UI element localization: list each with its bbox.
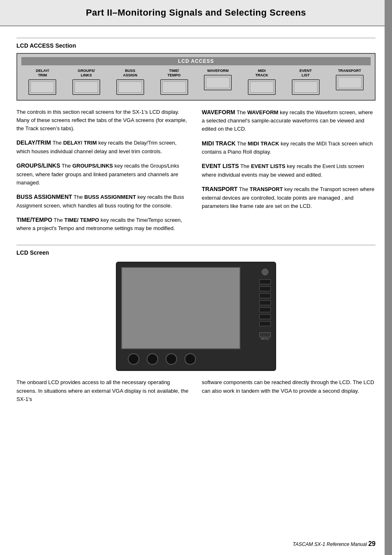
lcd-button-label-delay-trim: DELAY/TRIM — [36, 69, 49, 78]
lcd-screen-diagram: MENU — [16, 262, 376, 371]
lcd-button-label-time-tempo: TIME/TEMPO — [168, 69, 181, 78]
page-title: Part II–Monitoring Signals and Selecting… — [12, 7, 380, 18]
para-transport-lead: TRANSPORT — [202, 186, 238, 192]
bottom-right-col: software components can be reached direc… — [202, 378, 376, 409]
lcd-button-key-groups-links[interactable] — [72, 79, 100, 95]
lcd-side-btn-3[interactable] — [259, 293, 271, 298]
right-col: WAVEFORM The WAVEFORM key recalls the Wa… — [202, 108, 376, 239]
main-content: LCD ACCESS Section LCD ACCESS DELAY/TRIM… — [0, 26, 392, 417]
lcd-button-time-tempo[interactable]: TIME/TEMPO — [153, 69, 195, 95]
lcd-side-indicator — [262, 269, 268, 275]
intro-section: The controls in this section recall scre… — [16, 108, 376, 239]
lcd-main-area — [121, 267, 256, 365]
para-event-lists: EVENT LISTS The EVENT LISTS key recalls … — [202, 162, 376, 179]
para-transport: TRANSPORT The TRANSPORT key recalls the … — [202, 185, 376, 210]
lcd-side-btn-7[interactable] — [259, 321, 271, 326]
lcd-screen-display — [121, 267, 240, 349]
lcd-button-key-waveform[interactable] — [204, 75, 232, 90]
bottom-two-col: The onboard LCD provides access to all t… — [16, 378, 376, 409]
lcd-button-label-midi-track: MIDITRACK — [255, 69, 268, 78]
lcd-bottom-right-text: software components can be reached direc… — [202, 378, 376, 395]
para-buss-lead: BUSS ASSIGNMENT — [16, 193, 72, 200]
para-event-lists-bold: EVENT LISTS — [251, 163, 286, 169]
lcd-access-title: LCD ACCESS — [21, 57, 371, 65]
lcd-access-heading: LCD ACCESS Section — [16, 42, 376, 49]
lcd-button-label-waveform: WAVEFORM — [207, 69, 228, 73]
lcd-button-key-buss-assign[interactable] — [116, 79, 144, 95]
para-waveform-lead: WAVEFORM — [202, 109, 235, 115]
para-time-tempo-the: The — [54, 217, 65, 223]
para-midi-track: MIDI TRACK The MIDI TRACK key recalls th… — [202, 139, 376, 157]
para-waveform-the: The — [237, 109, 247, 115]
intro-left: The controls in this section recall scre… — [16, 108, 190, 239]
para-transport-the: The — [239, 186, 250, 192]
lcd-bottom-knobs — [121, 353, 256, 365]
lcd-button-groups-links[interactable]: GROUPS/LINKS — [65, 69, 108, 95]
para-buss-bold: BUSS ASSIGNMENT — [84, 194, 136, 200]
lcd-button-delay-trim[interactable]: DELAY/TRIM — [21, 69, 64, 95]
lcd-button-label-transport: TRANSPORT — [338, 69, 361, 73]
para-waveform: WAVEFORM The WAVEFORM key recalls the Wa… — [202, 108, 376, 134]
bottom-left-col: The onboard LCD provides access to all t… — [16, 378, 190, 409]
lcd-button-key-midi-track[interactable] — [248, 79, 276, 95]
page-wrapper: Part II–Monitoring Signals and Selecting… — [0, 0, 392, 555]
para-delay-trim: DELAY/TRIM The DELAY/ TRIM key recalls t… — [16, 138, 190, 156]
lcd-knob-4[interactable] — [184, 353, 196, 365]
lcd-knob-2[interactable] — [147, 353, 158, 365]
lcd-menu-label: MENU — [259, 337, 271, 340]
page-footer: TASCAM SX-1 Reference Manual 29 — [293, 540, 376, 548]
lcd-access-diagram: LCD ACCESS DELAY/TRIM GROUPS/LINKS BUSSA… — [16, 53, 376, 101]
lcd-button-label-groups-links: GROUPS/LINKS — [78, 69, 95, 78]
lcd-button-key-time-tempo[interactable] — [160, 79, 188, 95]
para-groups-links-the: The — [62, 163, 72, 169]
para-groups-links-bold: GROUPS/LINKS — [72, 163, 113, 169]
lcd-knob-1[interactable] — [128, 353, 139, 365]
lcd-device: MENU — [116, 262, 276, 371]
lcd-screen-heading: LCD Screen — [16, 249, 376, 256]
para-buss-assignment: BUSS ASSIGNMENT The BUSS ASSIGNMENT key … — [16, 193, 190, 210]
section-divider-top — [16, 38, 376, 38]
lcd-side-btn-1[interactable] — [259, 279, 271, 284]
para-event-lists-the: The — [240, 163, 251, 169]
page-header: Part II–Monitoring Signals and Selecting… — [0, 0, 392, 26]
para-event-lists-lead: EVENT LISTS — [202, 163, 239, 169]
lcd-side-btn-4[interactable] — [259, 300, 271, 305]
lcd-button-key-transport[interactable] — [336, 75, 364, 90]
section-divider-lcd-screen — [16, 245, 376, 245]
right-sidebar-bar — [385, 0, 392, 555]
para-delay-trim-lead: DELAY/TRIM — [16, 139, 51, 146]
lcd-button-waveform[interactable]: WAVEFORM — [197, 69, 239, 90]
lcd-button-key-delay-trim[interactable] — [28, 79, 56, 95]
para-time-tempo-lead: TIME/TEMPO — [16, 216, 52, 223]
lcd-button-buss-assign[interactable]: BUSSASSIGN — [109, 69, 152, 95]
para-delay-trim-the: The — [53, 140, 63, 146]
para-midi-track-the: The — [237, 140, 248, 147]
lcd-bottom-left-text: The onboard LCD provides access to all t… — [16, 378, 190, 403]
lcd-side-btn-5[interactable] — [259, 307, 271, 312]
lcd-button-label-buss-assign: BUSSASSIGN — [123, 69, 138, 78]
lcd-side-btn-6[interactable] — [259, 314, 271, 319]
para-time-tempo-bold: TIME/ TEMPO — [65, 217, 99, 223]
lcd-side-panel: MENU — [259, 267, 271, 365]
para-buss-the: The — [74, 194, 84, 200]
para-time-tempo: TIME/TEMPO The TIME/ TEMPO key recalls t… — [16, 216, 190, 233]
page-number: 29 — [368, 540, 376, 547]
para-groups-links-lead: GROUPS/LINKS — [16, 162, 60, 169]
para-waveform-bold: WAVEFORM — [247, 109, 279, 115]
para-transport-bold: TRANSPORT — [250, 186, 283, 192]
lcd-button-key-event-list[interactable] — [292, 79, 320, 95]
lcd-button-event-list[interactable]: EVENTLIST — [285, 69, 327, 95]
lcd-knob-3[interactable] — [166, 353, 177, 365]
lcd-side-buttons: MENU — [259, 279, 271, 340]
para-delay-trim-bold: DELAY/ TRIM — [63, 140, 97, 146]
para-groups-links: GROUPS/LINKS The GROUPS/LINKS key recall… — [16, 161, 190, 187]
footer-text: TASCAM SX-1 Reference Manual — [293, 541, 367, 547]
para-midi-track-bold: MIDI TRACK — [248, 140, 279, 147]
lcd-button-transport[interactable]: TRANSPORT — [328, 69, 371, 90]
intro-text: The controls in this section recall scre… — [16, 108, 190, 133]
lcd-buttons-row: DELAY/TRIM GROUPS/LINKS BUSSASSIGN TIME/… — [21, 69, 371, 95]
lcd-menu-btn[interactable] — [259, 332, 271, 337]
lcd-button-midi-track[interactable]: MIDITRACK — [241, 69, 283, 95]
lcd-side-btn-2[interactable] — [259, 286, 271, 291]
lcd-button-label-event-list: EVENTLIST — [300, 69, 312, 78]
